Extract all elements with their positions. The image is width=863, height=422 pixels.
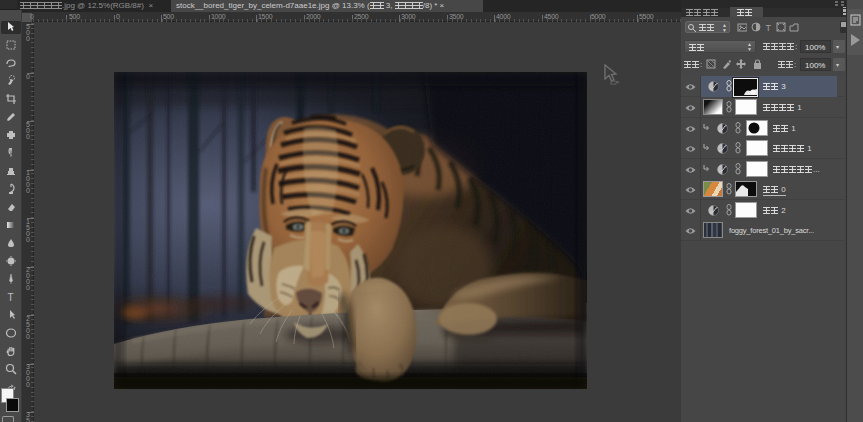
svg-text:T: T	[766, 23, 772, 33]
svg-text:T: T	[8, 292, 14, 303]
